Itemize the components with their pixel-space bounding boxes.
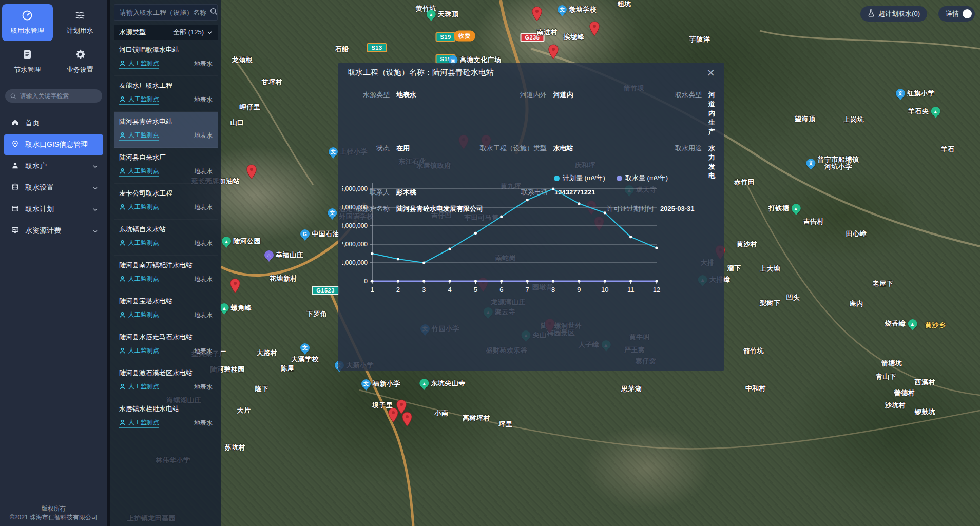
sidebar-item-1[interactable]: 首页	[4, 113, 103, 133]
over-plan-button[interactable]: 超计划取水(0)	[860, 6, 927, 22]
monitor-type[interactable]: 人工监测点	[119, 382, 159, 392]
monitor-type[interactable]: 人工监测点	[119, 239, 159, 248]
facility-name: 陆河县青砼水电站	[119, 117, 213, 126]
monitor-type[interactable]: 人工监测点	[119, 310, 159, 320]
waves-icon	[74, 10, 86, 23]
svg-text:8: 8	[551, 286, 555, 294]
toggle-knob[interactable]	[963, 9, 972, 18]
monitor-type[interactable]: 人工监测点	[119, 131, 159, 141]
gear-icon	[74, 49, 86, 62]
svg-text:12: 12	[653, 286, 660, 294]
facility-list-item[interactable]: 麦卡公司取水工程人工监测点地表水	[114, 184, 218, 220]
doc-icon	[22, 49, 33, 62]
detail-label: 详情	[946, 9, 959, 18]
field-value: 河道内生产	[708, 90, 715, 137]
facility-list-panel: 水源类型 全部 (125) 河口镇唱歌潭水电站人工监测点地表水友能水厂取水工程人…	[110, 0, 221, 526]
intake-point-pin[interactable]	[229, 278, 241, 294]
monitor-type[interactable]: 人工监测点	[119, 59, 159, 69]
facility-name: 陆河县水唇走马石水电站	[119, 333, 213, 342]
module-tile-label: 计划用水	[67, 26, 93, 35]
person-icon	[119, 311, 126, 318]
facility-list-item[interactable]: 陆河县南万镇杞洋水电站人工监测点地表水	[114, 256, 218, 291]
copyright-line1: 版权所有	[0, 504, 107, 513]
sidebar-search-input[interactable]	[20, 92, 97, 100]
facility-name: 水唇镇水栏肚水电站	[119, 404, 213, 414]
person-icon	[119, 240, 126, 246]
sidebar-item-label: 水资源计费	[25, 226, 86, 236]
facility-list-item[interactable]: 友能水厂取水工程人工监测点地表水	[114, 76, 218, 112]
intake-point-pin[interactable]	[401, 412, 413, 427]
sidebar-item-3[interactable]: 取水户	[4, 156, 103, 177]
module-tile-2[interactable]: 计划用水	[55, 4, 106, 41]
water-source-type: 地表水	[194, 239, 213, 248]
monitor-type[interactable]: 人工监测点	[119, 95, 159, 105]
topbar-controls: 超计划取水(0) 详情	[860, 6, 975, 22]
monitor-label: 人工监测点	[128, 382, 159, 391]
facility-list-item[interactable]: 水唇镇水栏肚水电站人工监测点地表水	[114, 399, 218, 435]
flask-icon	[868, 9, 875, 18]
facility-name: 麦卡公司取水工程	[119, 189, 213, 198]
sidebar-item-label: 取水计划	[25, 205, 86, 214]
sidebar-menu: 首页取水口GIS信息管理取水户取水设置取水计划水资源计费	[0, 112, 107, 504]
water-source-type: 地表水	[194, 95, 213, 104]
monitor-type[interactable]: 人工监测点	[119, 275, 159, 284]
modal-title-bar: 取水工程（设施）名称：陆河县青砼水电站 ✕	[338, 63, 724, 83]
person-icon	[119, 96, 126, 103]
intake-chart: 计划量 (m³/年)取水量 (m³/年) 01,000,0002,000,000…	[342, 169, 671, 299]
facility-list-item[interactable]: 陆河县宝塔水电站人工监测点地表水	[114, 291, 218, 327]
module-tile-3[interactable]: 节水管理	[2, 43, 53, 80]
water-source-type: 地表水	[194, 203, 213, 212]
facility-list-item[interactable]: 陆河县青砼水电站人工监测点地表水	[114, 112, 218, 148]
user-icon	[11, 162, 19, 171]
sidebar-item-label: 取水口GIS信息管理	[25, 140, 98, 149]
facility-name: 友能水厂取水工程	[119, 81, 213, 90]
svg-text:3,000,000: 3,000,000	[342, 222, 368, 229]
svg-text:2: 2	[396, 286, 400, 294]
water-source-type: 地表水	[194, 419, 213, 427]
monitor-label: 人工监测点	[128, 203, 159, 211]
field-label: 取水工程（设施）类型	[470, 144, 547, 153]
monitor-label: 人工监测点	[128, 167, 159, 176]
search-icon[interactable]	[210, 8, 218, 17]
monitor-type[interactable]: 人工监测点	[119, 203, 159, 212]
person-icon	[119, 132, 126, 139]
sidebar-item-label: 取水户	[25, 162, 86, 171]
facility-list-item[interactable]: 陆河县自来水厂人工监测点地表水	[114, 148, 218, 184]
person-icon	[119, 168, 126, 174]
facility-name: 陆河县宝塔水电站	[119, 297, 213, 306]
sidebar-item-4[interactable]: 取水设置	[4, 178, 103, 198]
person-icon	[119, 276, 126, 282]
monitor-type[interactable]: 人工监测点	[119, 167, 159, 177]
facility-list-item[interactable]: 河口镇唱歌潭水电站人工监测点地表水	[114, 40, 218, 76]
svg-text:0: 0	[364, 278, 368, 285]
intake-point-pin[interactable]	[548, 44, 559, 60]
chevron-down-icon	[92, 228, 98, 234]
water-source-type: 地表水	[194, 167, 213, 176]
monitor-label: 人工监测点	[128, 131, 159, 140]
module-tile-4[interactable]: 业务设置	[55, 43, 106, 80]
monitor-icon	[11, 226, 19, 236]
facility-list-item[interactable]: 陆河县水唇走马石水电站人工监测点地表水	[114, 327, 218, 363]
intake-point-pin[interactable]	[589, 21, 600, 36]
facility-name: 陆河县南万镇杞洋水电站	[119, 261, 213, 270]
facility-list-item[interactable]: 陆河县激石溪老区水电站人工监测点地表水	[114, 363, 218, 399]
sidebar-search-box[interactable]	[5, 89, 102, 103]
facility-search-input[interactable]	[120, 9, 210, 16]
module-tile-1[interactable]: 取用水管理	[2, 4, 53, 41]
info-cell: 河道内外河道内	[470, 90, 657, 137]
facility-list-item[interactable]: 东坑镇自来水站人工监测点地表水	[114, 220, 218, 256]
monitor-type[interactable]: 人工监测点	[119, 418, 159, 428]
sidebar-item-5[interactable]: 取水计划	[4, 199, 103, 220]
sidebar-item-6[interactable]: 水资源计费	[4, 221, 103, 241]
svg-text:6: 6	[499, 286, 503, 294]
monitor-type[interactable]: 人工监测点	[119, 346, 159, 356]
intake-point-pin[interactable]	[246, 164, 257, 180]
intake-point-pin[interactable]	[531, 6, 543, 22]
source-filter-dropdown[interactable]: 全部 (125)	[173, 28, 213, 37]
close-icon[interactable]: ✕	[706, 68, 715, 78]
detail-toggle[interactable]: 详情	[938, 6, 975, 22]
facility-search-box[interactable]	[114, 4, 218, 21]
sidebar-item-2[interactable]: 取水口GIS信息管理	[4, 134, 103, 155]
field-label: 取水类型	[657, 90, 702, 100]
person-icon	[119, 60, 126, 67]
